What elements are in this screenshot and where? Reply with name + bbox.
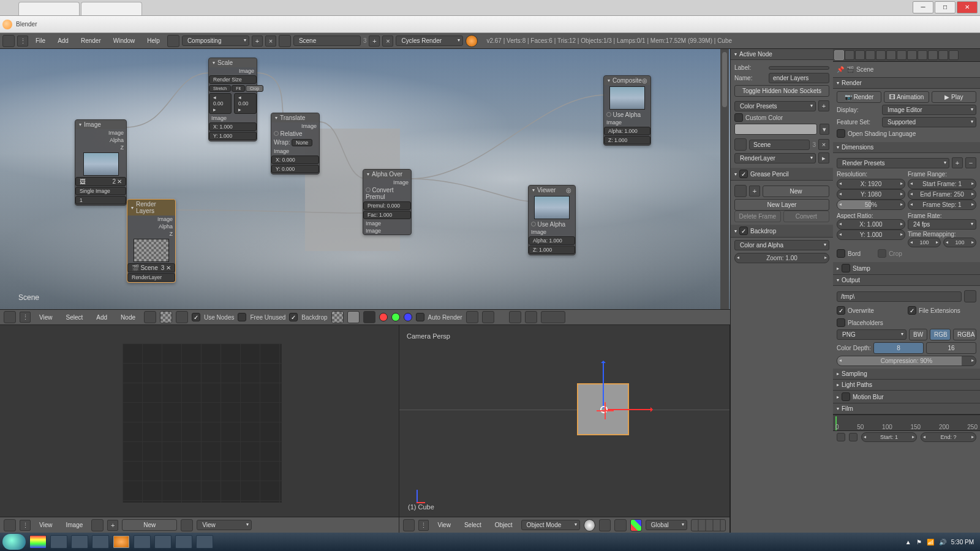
menu-view[interactable]: View [34,520,58,530]
render-panel-header[interactable]: ▾Render [833,78,980,89]
render-presets-dropdown[interactable]: Render Presets [837,158,949,168]
performance-icon[interactable] [541,311,565,323]
viewer-usealpha-toggle[interactable]: Use Alpha [529,220,575,228]
node-scene-input[interactable]: Scene [749,140,810,150]
alphaover-fac-field[interactable]: Fac: 1.000 [363,211,411,219]
auto-render-checkbox[interactable] [416,313,424,321]
add-preset-button[interactable]: + [952,157,963,168]
composite-z-field[interactable]: Z: 1.000 [604,136,650,144]
translate-x-field[interactable]: X: 0.000 [271,156,319,164]
lightpaths-panel-header[interactable]: ▸Light Paths [833,380,980,391]
menu-add[interactable]: Add [53,36,74,45]
world-tab-icon[interactable] [865,50,875,60]
add-image-button[interactable]: + [107,520,118,531]
resolution-x-field[interactable]: X: 1920 [837,179,905,189]
add-scene-button[interactable]: + [369,36,380,47]
menu-file[interactable]: File [31,36,50,45]
bw-button[interactable]: BW [909,329,927,340]
scale-x-field[interactable]: X: 1.000 [209,122,257,131]
node-label-input[interactable] [769,66,829,70]
rgb-button[interactable]: RGB [930,329,951,340]
viewer-alpha-field[interactable]: Alpha: 1.000 [529,236,575,245]
tree-type-texture-icon[interactable] [176,311,188,323]
modifiers-tab-icon[interactable] [897,50,907,60]
tray-up-icon[interactable]: ▲ [905,539,911,545]
transform-manipulator-icon[interactable] [630,519,642,531]
node-viewer[interactable]: ▾Viewer◎ Use Alpha Image Alpha: 1.000 Z:… [528,185,576,255]
scale-method-dropdown[interactable]: Render Size [209,75,257,84]
menu-window[interactable]: Window [108,36,140,45]
format-dropdown[interactable]: PNG [837,329,907,340]
channel-red-icon[interactable] [379,313,388,321]
menu-image[interactable]: Image [61,520,88,530]
scale-y-field[interactable]: Y: 1.000 [209,132,257,140]
gp-add-button[interactable]: + [749,186,760,197]
clock[interactable]: 5:30 PM [951,539,974,545]
active-node-header[interactable]: ▾Active Node [731,49,833,60]
alphaover-premul-field[interactable]: Premul: 0.000 [363,201,411,210]
collapse-menus-icon[interactable]: ⋮ [17,36,28,47]
menu-node[interactable]: Node [116,313,140,322]
window-tab[interactable] [81,2,142,15]
taskbar-icon[interactable] [92,535,109,549]
node-image[interactable]: ▾Image Image Alpha Z 🖼2✕ Single Image 1 [75,119,127,206]
placeholders-checkbox[interactable] [837,318,845,327]
shading-icon[interactable] [584,519,595,531]
motionblur-panel-header[interactable]: ▸Motion Blur [833,391,980,403]
image-source-dropdown[interactable]: Single Image [75,187,126,195]
channel-color-icon[interactable] [347,311,360,323]
remove-preset-button[interactable]: − [965,157,976,168]
motionblur-checkbox[interactable] [842,392,850,401]
backdrop-checkbox[interactable] [289,313,298,321]
browse-folder-icon[interactable] [964,290,976,302]
menu-render[interactable]: Render [76,36,106,45]
tree-type-shader-icon[interactable] [144,311,156,323]
node-renderlayers[interactable]: ▾Render Layers Image Alpha Z 🎬 Scene 3 ✕… [127,199,176,283]
resolution-y-field[interactable]: Y: 1080 [837,189,905,200]
start-frame-field[interactable]: Start Frame: 1 [908,179,976,189]
menu-select[interactable]: Select [459,520,486,530]
gp-convert-button[interactable]: Convert [783,211,830,222]
new-image-button[interactable]: New [122,519,177,531]
editor-type-icon[interactable] [2,35,15,47]
tree-type-compositing-icon[interactable] [160,311,172,323]
aspect-y-field[interactable]: Y: 1.000 [837,230,905,240]
menu-object[interactable]: Object [490,520,518,530]
gp-delete-button[interactable]: Delete Frame [734,211,781,222]
output-panel-header[interactable]: ▾Output [833,275,980,286]
display-dropdown[interactable]: Image Editor [882,105,976,115]
data-tab-icon[interactable] [907,50,917,60]
frame-step-field[interactable]: Frame Step: 1 [908,200,976,210]
volume-icon[interactable]: 🔊 [939,539,946,545]
screen-layout-dropdown[interactable]: Compositing [182,36,249,46]
taskbar-icon[interactable] [134,535,151,549]
color-picker-button[interactable]: ▾ [820,124,829,135]
osl-checkbox[interactable] [837,129,845,138]
object-tab-icon[interactable] [876,50,886,60]
alphaover-convert-toggle[interactable]: Convert Premul [363,186,411,201]
layout-icon[interactable] [167,35,179,47]
particles-tab-icon[interactable] [938,50,948,60]
custom-color-checkbox[interactable] [734,113,743,122]
pin-icon[interactable]: 📌 [837,66,844,73]
scene-tab-icon[interactable] [855,50,865,60]
scale-stretch-button[interactable]: Stretch [209,85,231,92]
timeline-end-field[interactable]: End: ? [921,432,976,442]
overwrite-checkbox[interactable] [837,306,845,315]
gizmo-z-axis[interactable] [603,362,604,408]
uv-mode-dropdown[interactable]: View [197,520,252,530]
scene-browse-icon[interactable] [734,138,747,151]
blender-taskbar-icon[interactable] [113,535,130,549]
menu-select[interactable]: Select [61,313,88,322]
scene-dropdown[interactable]: Scene [293,36,361,46]
collapse-icon[interactable]: ⋮ [20,520,31,531]
snap-icon[interactable] [466,311,478,323]
breadcrumb[interactable]: Scene [856,66,873,73]
taskbar-icon[interactable] [50,535,67,549]
constraints-tab-icon[interactable] [886,50,896,60]
manipulator-icon[interactable] [614,519,626,531]
stamp-panel-header[interactable]: ▸Stamp [833,262,980,275]
viewer-z-field[interactable]: Z: 1.000 [529,246,575,254]
timeline[interactable]: 0 50 100 150 200 250 Start: 1 End: ? [833,414,980,443]
menu-add[interactable]: Add [91,313,112,322]
